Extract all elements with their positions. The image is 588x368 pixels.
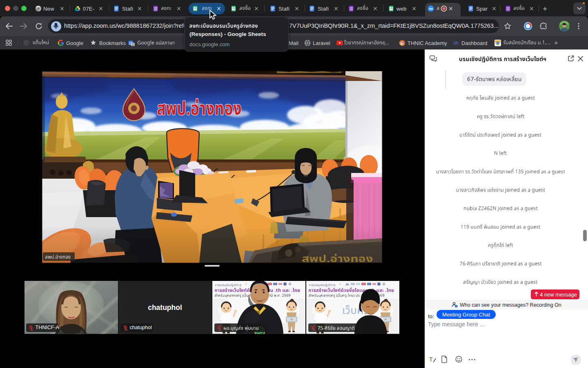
- svg-text:T: T: [429, 356, 433, 363]
- svg-text:zm: zm: [429, 7, 433, 10]
